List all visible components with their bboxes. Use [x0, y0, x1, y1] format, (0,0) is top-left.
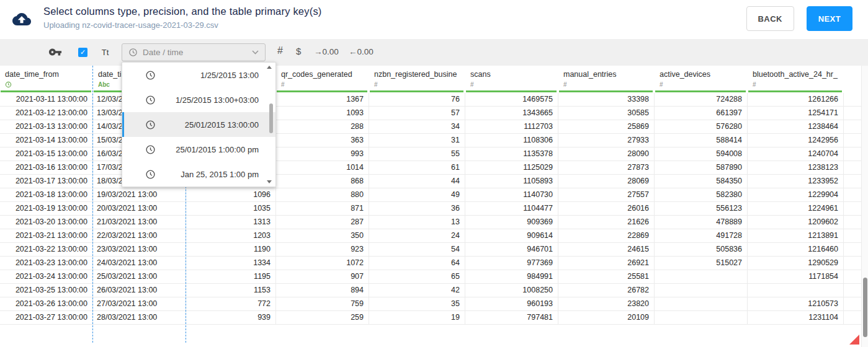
table-cell: 1334: [186, 257, 276, 270]
table-row: 2021-03-27 13:00:0028/03/2021 13:0093925…: [0, 311, 861, 325]
table-cell: 287: [276, 216, 369, 229]
column-validity-bar: [748, 90, 842, 92]
table-cell: 759: [276, 297, 369, 310]
column-name: scans: [470, 70, 553, 79]
table-cell: 939: [186, 311, 276, 324]
column-validity-bar: [559, 90, 653, 92]
column-type-label: #: [470, 81, 474, 88]
table-cell: 1343665: [465, 107, 558, 120]
table-cell: 1231104: [748, 311, 844, 324]
decrease-precision-button[interactable]: ←0.00: [349, 47, 374, 56]
vertical-scrollbar-thumb[interactable]: [863, 278, 867, 337]
column-validity-bar: [370, 90, 463, 92]
table-cell: 909369: [465, 216, 558, 229]
table-cell: 1190: [186, 243, 276, 256]
upload-status-text: Uploading nz-covid-tracer-usage-2021-03-…: [43, 20, 322, 30]
table-cell: 26016: [558, 202, 655, 215]
column-header[interactable]: nzbn_registered_busine #: [369, 66, 465, 93]
dropdown-item[interactable]: 25/01/2015 1:00:00 pm: [122, 137, 275, 162]
table-cell: 907: [276, 270, 369, 283]
table-cell: 26/03/2021 13:00: [93, 284, 186, 297]
datetime-format-select[interactable]: Date / time: [122, 43, 266, 61]
text-type-button[interactable]: Tt: [96, 43, 114, 61]
table-cell: 27/03/2021 13:00: [93, 297, 186, 310]
dropdown-item[interactable]: 25/01/2015 13:00:00: [122, 112, 275, 137]
table-row: 2021-03-23 13:00:0024/03/2021 13:0013341…: [0, 257, 861, 270]
column-header[interactable]: date_time_from: [0, 66, 93, 93]
number-type-button[interactable]: #: [277, 45, 283, 56]
header: Select columns type, precision, and the …: [0, 0, 868, 39]
table-cell: 2021-03-22 13:00:00: [0, 243, 93, 256]
column-type-label: Abc: [98, 81, 110, 88]
column-validity-bar: [466, 90, 557, 92]
table-cell: 20/03/2021 13:00: [93, 202, 186, 215]
upload-cloud-icon: [12, 10, 31, 29]
table-cell: 880: [276, 188, 369, 201]
column-header[interactable]: bluetooth_active_24_hr_ #: [748, 66, 844, 93]
table-cell: 1367: [276, 93, 369, 106]
table-cell: 2021-03-18 13:00:00: [0, 188, 93, 201]
table-cell: 1153: [186, 284, 276, 297]
column-header[interactable]: scans #: [465, 66, 558, 93]
csv-import-window: Select columns type, precision, and the …: [0, 0, 868, 347]
column-name: active_devices: [660, 70, 743, 79]
column-header[interactable]: active_devices #: [655, 66, 748, 93]
table-cell-filler: [844, 93, 861, 106]
header-actions: BACK NEXT: [746, 6, 852, 31]
table-cell-filler: [844, 257, 861, 270]
table-cell: 2021-03-20 13:00:00: [0, 216, 93, 229]
table-row: 2021-03-21 13:00:0022/03/2021 13:0012033…: [0, 229, 861, 243]
column-header[interactable]: manual_entries #: [558, 66, 655, 93]
selected-column-left-boundary: [92, 66, 93, 343]
table-cell: 2021-03-12 13:00:00: [0, 107, 93, 120]
table-cell: 1229904: [748, 188, 844, 201]
table-cell: 27557: [558, 188, 655, 201]
table-cell: 588414: [655, 134, 748, 147]
table-cell-filler: [844, 161, 861, 174]
table-cell: 1035: [186, 202, 276, 215]
table-cell: 478889: [655, 216, 748, 229]
table-cell: 44: [369, 175, 465, 188]
dropdown-item-label: 1/25/2015 13:00: [200, 71, 259, 80]
page-title: Select columns type, precision, and the …: [43, 6, 322, 17]
column-validity-bar: [277, 90, 367, 92]
table-cell-filler: [844, 107, 861, 120]
column-type-row: #: [470, 81, 553, 88]
increase-precision-button[interactable]: →0.00: [314, 47, 339, 56]
table-row: 2021-03-19 13:00:0020/03/2021 13:0010358…: [0, 202, 861, 216]
dropdown-scroll-down-arrow[interactable]: [267, 180, 272, 183]
table-cell-filler: [844, 297, 861, 310]
key-icon: [48, 45, 62, 59]
table-cell: 661397: [655, 107, 748, 120]
vertical-scrollbar[interactable]: [861, 66, 868, 347]
dropdown-item[interactable]: 1/25/2015 13:00: [122, 63, 275, 87]
table-cell-filler: [844, 284, 861, 297]
clock-icon: [145, 95, 156, 105]
type-dropdown-items: 1/25/2015 13:00 1/25/2015 13:00+03:00 25…: [122, 63, 275, 187]
dropdown-scrollbar-thumb[interactable]: [269, 103, 273, 133]
table-cell: 1224961: [748, 202, 844, 215]
table-cell-filler: [844, 229, 861, 242]
table-cell: 2021-03-15 13:00:00: [0, 147, 93, 160]
table-cell-filler: [844, 216, 861, 229]
table-cell: 1216460: [748, 243, 844, 256]
currency-type-button[interactable]: $: [296, 46, 301, 56]
column-include-checkbox[interactable]: ✓: [78, 48, 87, 57]
table-cell: 977369: [465, 257, 558, 270]
table-cell: 871: [276, 202, 369, 215]
dropdown-scroll-up-arrow[interactable]: [267, 66, 272, 69]
table-cell-filler: [844, 188, 861, 201]
datetime-format-value: Date / time: [143, 48, 183, 57]
column-type-row: #: [374, 81, 460, 88]
back-button[interactable]: BACK: [746, 6, 794, 31]
header-titles: Select columns type, precision, and the …: [43, 6, 322, 30]
table-cell: 31: [369, 134, 465, 147]
column-header[interactable]: qr_codes_generated #: [276, 66, 369, 93]
next-button[interactable]: NEXT: [807, 6, 852, 31]
table-cell: 61: [369, 161, 465, 174]
primary-key-button[interactable]: [48, 45, 62, 61]
dropdown-item[interactable]: 1/25/2015 13:00+03:00: [122, 87, 275, 112]
table-cell: 54: [369, 243, 465, 256]
table-cell: 1195: [186, 270, 276, 283]
dropdown-item[interactable]: Jan 25, 2015 1:00 pm: [122, 162, 275, 187]
